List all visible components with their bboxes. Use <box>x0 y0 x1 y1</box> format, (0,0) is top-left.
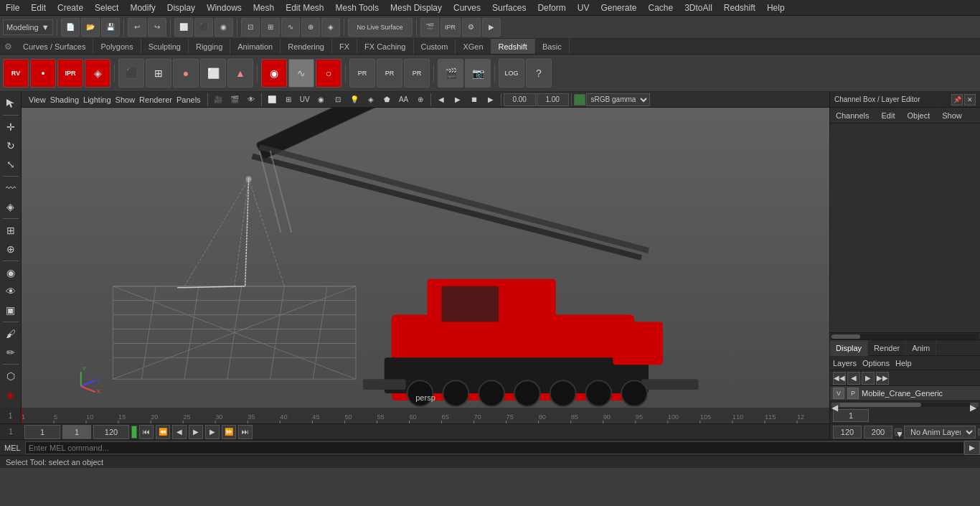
layer-scroll-left[interactable]: ◀ <box>831 403 840 407</box>
xray-btn[interactable]: ⬡ <box>2 367 19 385</box>
shelf-icon-rs-render[interactable]: 🎬 <box>438 59 463 88</box>
tab-edit[interactable]: Edit <box>875 108 901 123</box>
frame-slider-tick[interactable] <box>131 426 137 439</box>
vp-icon-grid-snap[interactable]: ⊞ <box>281 93 296 107</box>
shelf-tab-animation[interactable]: Animation <box>230 39 281 54</box>
next-key-btn[interactable]: ⏩ <box>222 425 236 439</box>
vp-icon-select[interactable]: ⬜ <box>264 93 280 107</box>
right-panel-scrollbar[interactable] <box>830 332 980 339</box>
shelf-tab-redshift[interactable]: Redshift <box>491 39 535 54</box>
le-btn-4[interactable]: ▶▶ <box>876 372 889 385</box>
prev-key-btn[interactable]: ⏪ <box>156 425 170 439</box>
shelf-icon-rs-help[interactable]: ? <box>526 59 552 88</box>
vp-menu-show[interactable]: Show <box>116 95 136 104</box>
vp-icon-lighting[interactable]: 💡 <box>347 93 362 107</box>
paint-btn[interactable]: ✏ <box>2 344 19 361</box>
render-view-button[interactable]: 🎬 <box>420 18 439 37</box>
le-menu-layers[interactable]: Layers <box>833 359 857 367</box>
render-button[interactable]: ▶ <box>482 18 501 37</box>
vp-icon-color-swatch[interactable] <box>574 94 585 106</box>
scene-background[interactable]: LIEBHERR Z X Y persp <box>22 108 829 408</box>
vp-icon-film[interactable]: 🎬 <box>227 93 242 107</box>
le-tab-render[interactable]: Render <box>868 340 906 356</box>
vp-icon-shader[interactable]: ⬟ <box>380 93 395 107</box>
shelf-icon-rec[interactable]: ● <box>30 59 56 88</box>
layer-scroll-right[interactable]: ▶ <box>970 403 979 407</box>
layout-btn[interactable]: ▣ <box>2 301 19 319</box>
vp-icon-wire[interactable]: ⊡ <box>330 93 346 107</box>
shelf-tab-polygons[interactable]: Polygons <box>93 39 141 54</box>
shelf-tab-curves-surfaces[interactable]: Curves / Surfaces <box>16 39 93 54</box>
vp-icon-prev-frame[interactable]: ◀ <box>433 93 449 107</box>
snap-grid-button[interactable]: ⊞ <box>261 18 280 37</box>
le-btn-2[interactable]: ◀ <box>847 372 860 385</box>
menu-edit[interactable]: Edit <box>25 1 52 14</box>
rp-pin-btn[interactable]: 📌 <box>951 94 963 106</box>
vp-num-field-2[interactable] <box>537 93 569 106</box>
shelf-icon-cube[interactable]: ⬜ <box>200 59 226 88</box>
snap-point-button[interactable]: ⊕ <box>301 18 320 37</box>
go-start-btn[interactable]: ⏮ <box>139 425 154 439</box>
menu-modify[interactable]: Modify <box>124 1 161 14</box>
component-btn[interactable]: ◈ <box>2 198 19 215</box>
snap-btn[interactable]: ⊞ <box>2 222 19 239</box>
anim-layer-arrow[interactable]: ▼ <box>895 428 902 436</box>
le-btn-1[interactable]: ◀◀ <box>833 372 846 385</box>
scale-tool-btn[interactable]: ⤡ <box>2 156 19 173</box>
layer-scroll-thumb[interactable] <box>835 403 921 407</box>
soft-mod-btn[interactable]: 〰 <box>2 179 19 197</box>
le-tab-display[interactable]: Display <box>830 340 868 356</box>
menu-generate[interactable]: Generate <box>595 1 642 14</box>
shelf-tab-custom[interactable]: Custom <box>414 39 456 54</box>
layer-row[interactable]: V P Mobile_Crane_Generic <box>830 386 980 400</box>
snap-surface-button[interactable]: ◈ <box>321 18 340 37</box>
start-frame-input[interactable] <box>24 425 60 439</box>
next-frame-btn[interactable]: ▶ <box>205 425 220 439</box>
vp-menu-shading[interactable]: Shading <box>50 95 79 104</box>
timeline-ruler[interactable]: 1 5 10 15 20 25 30 35 40 <box>22 408 829 423</box>
new-scene-button[interactable]: 📄 <box>61 18 80 37</box>
prev-frame-btn[interactable]: ◀ <box>172 425 187 439</box>
sculpt-btn[interactable]: 🖌 <box>2 325 19 342</box>
rp-close-btn[interactable]: ✕ <box>964 94 976 106</box>
menu-mesh-tools[interactable]: Mesh Tools <box>330 1 385 14</box>
shelf-tab-fx[interactable]: FX <box>332 39 357 54</box>
go-end-btn[interactable]: ⏭ <box>238 425 253 439</box>
shelf-icon-grid[interactable]: ⊞ <box>146 59 171 88</box>
menu-redshift[interactable]: Redshift <box>718 1 761 14</box>
shelf-tab-fx-caching[interactable]: FX Caching <box>357 39 413 54</box>
ipr-button[interactable]: IPR <box>440 18 461 37</box>
menu-mesh[interactable]: Mesh <box>248 1 280 14</box>
le-tab-anim[interactable]: Anim <box>906 340 936 356</box>
menu-file[interactable]: File <box>0 1 25 14</box>
menu-surfaces[interactable]: Surfaces <box>486 1 532 14</box>
select-tool-button[interactable]: ⬛ <box>194 18 213 37</box>
shelf-gear-icon[interactable]: ⚙ <box>0 39 16 55</box>
shelf-icon-rs-cam[interactable]: 📷 <box>465 59 491 88</box>
command-input[interactable] <box>25 441 964 454</box>
vp-icon-eye[interactable]: 👁 <box>243 93 259 107</box>
shelf-tab-basic[interactable]: Basic <box>535 39 570 54</box>
shelf-icon-triangle[interactable]: ▲ <box>227 59 253 88</box>
redo-button[interactable]: ↪ <box>148 18 166 37</box>
shelf-tab-sculpting[interactable]: Sculpting <box>141 39 189 54</box>
menu-select[interactable]: Select <box>89 1 124 14</box>
menu-windows[interactable]: Windows <box>201 1 248 14</box>
snap2-btn[interactable]: ⊕ <box>2 240 19 258</box>
menu-uv[interactable]: UV <box>572 1 595 14</box>
shelf-icon-rs-wave[interactable]: ∿ <box>288 59 314 88</box>
cmd-enter-btn[interactable]: ▶ <box>964 441 980 455</box>
vp-colorspace-select[interactable]: sRGB gamma <box>586 93 650 106</box>
menu-deform[interactable]: Deform <box>532 1 571 14</box>
vp-icon-next-frame[interactable]: ▶ <box>483 93 499 107</box>
vp-num-field-1[interactable] <box>504 93 536 106</box>
vp-menu-lighting[interactable]: Lighting <box>83 95 111 104</box>
timeline-frame-input[interactable] <box>833 409 869 422</box>
vp-icon-shadow[interactable]: ◈ <box>363 93 379 107</box>
shelf-icon-pr1[interactable]: PR <box>349 59 375 88</box>
render-settings-button[interactable]: ⚙ <box>462 18 481 37</box>
tab-object[interactable]: Object <box>901 108 936 123</box>
viewport[interactable]: View Shading Lighting Show Renderer Pane… <box>22 92 829 408</box>
tab-channels[interactable]: Channels <box>830 108 875 123</box>
vp-menu-panels[interactable]: Panels <box>176 95 201 104</box>
